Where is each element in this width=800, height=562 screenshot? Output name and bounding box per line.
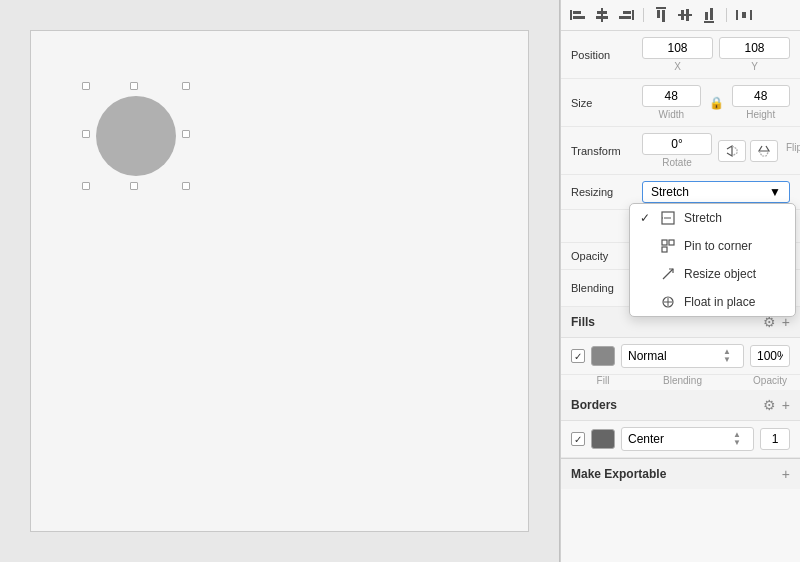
svg-rect-9: [656, 7, 666, 9]
shape-container[interactable]: [86, 86, 186, 186]
size-height-input[interactable]: [732, 85, 791, 107]
resizing-row: Resizing Stretch ▼ ✓ Stretch: [561, 175, 800, 210]
fills-sublabels: Fill Blending Opacity: [561, 375, 800, 390]
size-width-input[interactable]: [642, 85, 701, 107]
svg-rect-10: [657, 10, 660, 18]
right-panel: Position X Y Size Width 🔒 Height: [560, 0, 800, 562]
resize-object-icon: [660, 266, 676, 282]
align-center-h-icon[interactable]: [593, 6, 611, 24]
borders-position-select[interactable]: Center ▲ ▼: [621, 427, 754, 451]
handle-bot-left[interactable]: [82, 182, 90, 190]
handle-mid-right[interactable]: [182, 130, 190, 138]
svg-rect-1: [573, 11, 581, 14]
position-y-field: Y: [719, 37, 790, 72]
dropdown-arrow-icon: ▼: [769, 185, 781, 199]
size-label: Size: [571, 97, 636, 109]
flip-horizontal-button[interactable]: [718, 140, 746, 162]
position-row: Position X Y: [561, 31, 800, 79]
handle-bot-center[interactable]: [130, 182, 138, 190]
fills-opacity-input[interactable]: [750, 345, 790, 367]
rotate-input[interactable]: [642, 133, 712, 155]
dropdown-item-stretch[interactable]: ✓ Stretch: [630, 204, 795, 232]
borders-add-icon[interactable]: +: [782, 397, 790, 413]
resizing-label: Resizing: [571, 186, 636, 198]
lock-icon[interactable]: 🔒: [707, 96, 726, 110]
handle-top-left[interactable]: [82, 82, 90, 90]
opacity-label: Opacity: [571, 250, 636, 262]
borders-actions: ⚙ +: [763, 397, 790, 413]
align-bottom-icon[interactable]: [700, 6, 718, 24]
borders-checkbox[interactable]: ✓: [571, 432, 585, 446]
exportable-add-icon[interactable]: +: [782, 466, 790, 482]
svg-rect-12: [678, 14, 692, 16]
position-x-field: X: [642, 37, 713, 72]
dropdown-item-pin-to-corner[interactable]: Pin to corner: [630, 232, 795, 260]
borders-position-stepper: ▲ ▼: [733, 431, 747, 447]
rotate-label: Rotate: [662, 157, 691, 168]
dropdown-item-stretch-label: Stretch: [684, 211, 722, 225]
resizing-dropdown-button[interactable]: Stretch ▼: [642, 181, 790, 203]
make-exportable-row: Make Exportable +: [561, 458, 800, 489]
fills-blending-select[interactable]: Normal ▲ ▼: [621, 344, 744, 368]
align-center-v-icon[interactable]: [676, 6, 694, 24]
resizing-current-value: Stretch: [651, 185, 689, 199]
distribute-icon[interactable]: [735, 6, 753, 24]
props-panel: Position X Y Size Width 🔒 Height: [561, 31, 800, 562]
size-height-field: Height: [732, 85, 791, 120]
checkmark-icon: ✓: [640, 211, 652, 225]
flip-vertical-button[interactable]: [750, 140, 778, 162]
svg-rect-11: [662, 10, 665, 22]
position-y-input[interactable]: [719, 37, 790, 59]
rotate-field: Rotate: [642, 133, 712, 168]
borders-thickness-input[interactable]: [760, 428, 790, 450]
dropdown-item-float-label: Float in place: [684, 295, 755, 309]
svg-rect-5: [596, 16, 608, 19]
float-in-place-icon: [660, 294, 676, 310]
position-y-label: Y: [751, 61, 758, 72]
fills-color-swatch[interactable]: [591, 346, 615, 366]
fills-checkbox[interactable]: ✓: [571, 349, 585, 363]
svg-rect-26: [662, 247, 667, 252]
borders-color-swatch[interactable]: [591, 429, 615, 449]
fills-opacity-label: Opacity: [750, 375, 790, 386]
pin-to-corner-icon: [660, 238, 676, 254]
alignment-toolbar: [561, 0, 800, 31]
make-exportable-label: Make Exportable: [571, 467, 666, 481]
handle-top-right[interactable]: [182, 82, 190, 90]
fills-blending-label: Blending: [621, 375, 744, 386]
stretch-icon: [660, 210, 676, 226]
svg-rect-25: [669, 240, 674, 245]
fills-row: ✓ Normal ▲ ▼: [561, 338, 800, 375]
svg-rect-17: [710, 8, 713, 20]
handle-bot-right[interactable]: [182, 182, 190, 190]
size-width-label: Width: [658, 109, 684, 120]
align-left-icon[interactable]: [569, 6, 587, 24]
svg-rect-2: [573, 16, 585, 19]
canvas-area[interactable]: [0, 0, 560, 562]
svg-rect-16: [705, 12, 708, 20]
position-label: Position: [571, 49, 636, 61]
circle-shape[interactable]: [96, 96, 176, 176]
svg-rect-24: [662, 240, 667, 245]
align-top-icon[interactable]: [652, 6, 670, 24]
dropdown-item-resize-object[interactable]: Resize object: [630, 260, 795, 288]
svg-rect-8: [619, 16, 631, 19]
svg-rect-13: [681, 10, 684, 20]
svg-rect-14: [686, 9, 689, 21]
svg-rect-3: [601, 8, 603, 22]
transform-label: Transform: [571, 145, 636, 157]
position-x-input[interactable]: [642, 37, 713, 59]
borders-section-header: Borders ⚙ +: [561, 390, 800, 421]
borders-gear-icon[interactable]: ⚙: [763, 397, 776, 413]
handle-top-center[interactable]: [130, 82, 138, 90]
svg-rect-0: [570, 10, 572, 20]
toolbar-divider-2: [726, 8, 727, 22]
toolbar-divider-1: [643, 8, 644, 22]
size-row: Size Width 🔒 Height: [561, 79, 800, 127]
dropdown-item-float[interactable]: Float in place: [630, 288, 795, 316]
align-right-icon[interactable]: [617, 6, 635, 24]
canvas-frame: [30, 30, 529, 532]
handle-mid-left[interactable]: [82, 130, 90, 138]
svg-rect-18: [736, 10, 738, 20]
borders-title: Borders: [571, 398, 617, 412]
